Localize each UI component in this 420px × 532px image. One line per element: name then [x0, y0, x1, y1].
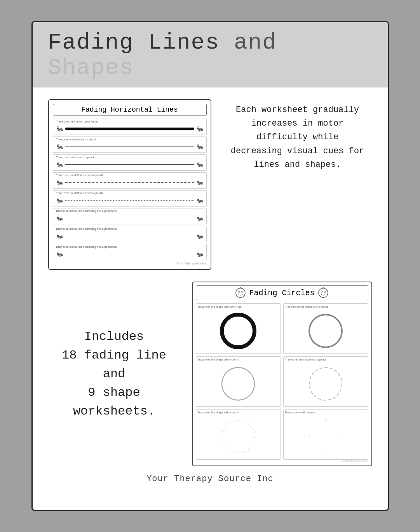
circle-area-1 [219, 310, 258, 352]
title-lines: Lines [148, 30, 220, 55]
ant-right-7: 🐜 [197, 233, 203, 240]
cell2-label: Trace inside the shape with a pencil [285, 305, 328, 308]
line-row-6: Draw a horizontal line connecting the su… [53, 208, 207, 224]
row5-content: 🐜 🐜 [56, 197, 203, 204]
circle-svg-2 [306, 312, 345, 350]
svg-point-5 [319, 288, 328, 298]
svg-point-15 [325, 420, 326, 421]
svg-point-7 [324, 291, 326, 292]
circle-area-3 [219, 362, 258, 405]
circle-svg-3 [219, 364, 258, 403]
row2-content: 🐜 🐜 [56, 144, 203, 150]
circle-area-6 [306, 415, 345, 458]
circle-area-2 [306, 310, 345, 352]
ant-left-7: 🐜 [56, 233, 63, 240]
ant-left-8: 🐜 [56, 251, 63, 257]
svg-point-0 [236, 288, 245, 298]
circle-cell-4: Trace over the shape with a pencil [283, 356, 368, 407]
row7-content: 🐜 🐜 [56, 233, 203, 240]
circle-svg-5 [219, 417, 258, 456]
medium-line [65, 164, 194, 165]
svg-point-18 [309, 436, 310, 437]
circles-watermark: ©YourTherapySource [196, 460, 368, 462]
circles-worksheet: Fading Circles Trace over the shape with… [192, 282, 372, 466]
face-icon-right [318, 287, 329, 298]
svg-point-13 [309, 368, 342, 400]
svg-point-11 [309, 315, 342, 347]
solid-bold-line [65, 128, 194, 130]
cell1-label: Trace over the shape with your finger [198, 305, 242, 308]
circles-grid: Trace over the shape with your finger Tr… [196, 303, 368, 460]
horizontal-lines-title: Fading Horizontal Lines [53, 104, 207, 116]
title-area: Fading Lines and Shapes [33, 22, 388, 88]
title-shapes: Shapes [48, 55, 134, 80]
svg-point-6 [321, 291, 322, 292]
line-row-8: Draw a horizontal line connecting the su… [53, 244, 207, 260]
main-title: Fading Lines and Shapes [48, 30, 372, 80]
dotted-line [65, 200, 194, 201]
circle-svg-1 [219, 312, 258, 350]
top-content: Fading Horizontal Lines Trace over the l… [48, 99, 372, 270]
empty-area-8 [63, 252, 197, 256]
row1-label: Trace over the line with your finger [56, 120, 98, 123]
ant-right-8: 🐜 [197, 251, 203, 257]
ant-right-1: 🐜 [197, 126, 203, 132]
svg-point-14 [222, 420, 254, 453]
left-column: Fading Horizontal Lines Trace over the l… [48, 99, 211, 270]
line-row-4: Trace over the dotted line with a pencil… [53, 172, 207, 189]
cell3-label: Trace over the shape with a pencil [198, 358, 239, 361]
ant-right-3: 🐜 [197, 161, 203, 168]
row4-content: 🐜 🐜 [56, 179, 203, 186]
empty-area-6 [63, 216, 197, 220]
circle-area-5 [219, 415, 258, 458]
circle-svg-4 [306, 364, 345, 403]
ant-right-6: 🐜 [197, 215, 203, 222]
bottom-area: Includes 18 fading line and 9 shape work… [48, 282, 372, 466]
cell6-label: Draw a circle with a pencil [285, 411, 317, 414]
includes-text: Includes 18 fading line and 9 shape work… [48, 282, 180, 466]
svg-point-16 [342, 436, 343, 437]
ant-right-2: 🐜 [197, 144, 203, 150]
description-text: Each worksheet gradually increases in mo… [223, 99, 372, 175]
line-row-5: Trace over the dotted line with a pencil… [53, 190, 207, 206]
svg-point-1 [238, 291, 240, 292]
title-fading: Fading [48, 30, 134, 55]
ant-left-3: 🐜 [56, 161, 63, 168]
empty-area-7 [63, 234, 197, 238]
ant-left-5: 🐜 [56, 197, 63, 204]
horizontal-watermark: ©YourTherapySource [53, 262, 207, 265]
row8-content: 🐜 🐜 [56, 251, 203, 257]
cell5-label: Trace over the shape with a pencil [198, 411, 239, 414]
svg-point-17 [325, 452, 326, 453]
row8-label: Draw a horizontal line connecting the su… [56, 245, 117, 248]
ant-left-4: 🐜 [56, 179, 63, 186]
circle-cell-6: Draw a circle with a pencil [283, 409, 368, 460]
line-row-7: Draw a horizontal line connecting the su… [53, 226, 207, 242]
horizontal-lines-worksheet: Fading Horizontal Lines Trace over the l… [48, 99, 211, 270]
title-and: and [234, 30, 277, 55]
circle-svg-6 [306, 417, 345, 456]
ant-left-1: 🐜 [56, 126, 63, 132]
circle-cell-2: Trace inside the shape with a pencil [283, 303, 368, 354]
dashed-line [65, 182, 194, 183]
circle-cell-1: Trace over the shape with your finger [196, 303, 281, 354]
row5-label: Trace over the dotted line with a pencil [56, 192, 103, 194]
svg-point-2 [241, 291, 243, 292]
row2-label: Trace inside the line with a pencil [56, 138, 96, 141]
includes-content: Includes 18 fading line and 9 shape work… [48, 327, 180, 421]
row4-label: Trace over the dotted line with a pencil [56, 174, 103, 177]
svg-point-12 [222, 368, 254, 400]
right-column: Each worksheet gradually increases in mo… [223, 99, 372, 270]
line-row-1: Trace over the line with your finger 🐜 🐜 [53, 119, 207, 135]
row1-content: 🐜 🐜 [56, 126, 203, 132]
page: Fading Lines and Shapes Fading Horizonta… [31, 21, 389, 511]
circles-title-row: Fading Circles [196, 285, 368, 300]
ant-left-2: 🐜 [56, 144, 63, 150]
circle-cell-5: Trace over the shape with a pencil [196, 409, 281, 460]
row6-content: 🐜 🐜 [56, 215, 203, 222]
face-icon-left [235, 287, 246, 298]
svg-point-10 [222, 315, 254, 347]
row7-label: Draw a horizontal line connecting the su… [56, 228, 117, 230]
cell4-label: Trace over the shape with a pencil [285, 358, 326, 361]
circle-cell-3: Trace over the shape with a pencil [196, 356, 281, 407]
